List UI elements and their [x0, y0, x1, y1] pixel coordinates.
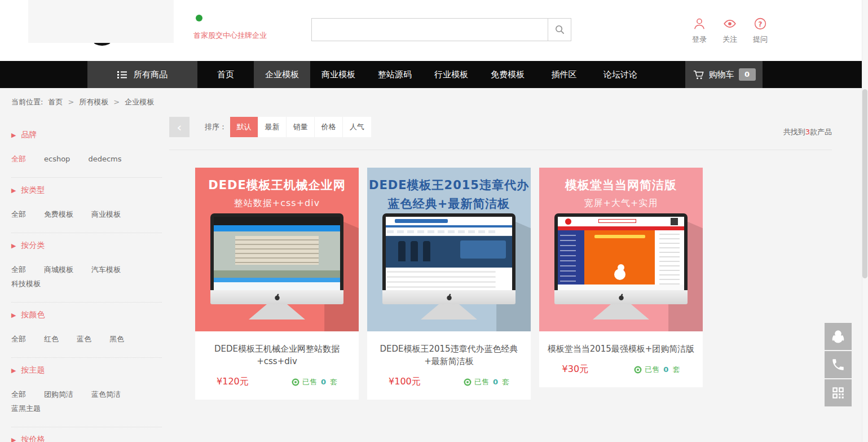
sort-price[interactable]: 价格 [315, 117, 343, 137]
nav-item-full-site-source[interactable]: 整站源码 [367, 61, 423, 88]
filter-section-theme: ▶ 按主题 全部 团购简洁 蓝色简洁 蓝黑主题 [11, 365, 162, 427]
filter-option-commercial[interactable]: 商业模板 [91, 210, 121, 219]
top-header: 首家股交中心挂牌企业 登录 关注 [0, 0, 868, 61]
product-grid: DEDE模板王机械企业网 整站数据+css+div [169, 168, 832, 400]
qrcode-icon [831, 386, 845, 400]
scrollbar[interactable] [862, 0, 868, 442]
product-title[interactable]: DEDE模板王2015违章代办蓝色经典+最新简洁板 [374, 343, 524, 367]
search-button[interactable] [548, 18, 571, 41]
sort-popularity[interactable]: 人气 [343, 117, 371, 137]
filter-option-free[interactable]: 免费模板 [44, 210, 73, 219]
user-actions: 登录 关注 ? 提问 [684, 17, 776, 45]
filter-option-all[interactable]: 全部 [11, 210, 26, 219]
follow-label: 关注 [722, 34, 737, 45]
filter-option-all[interactable]: 全部 [11, 335, 26, 344]
filter-option-all[interactable]: 全部 [11, 265, 26, 274]
screenshot-art [386, 236, 512, 268]
filter-option-groupbuy-clean[interactable]: 团购简洁 [44, 390, 73, 399]
screenshot-art [386, 268, 512, 290]
monitor-graphic [554, 213, 688, 320]
filter-option-red[interactable]: 红色 [44, 335, 59, 344]
product-banner: DEDE模板王2015违章代办 蓝色经典+最新简洁板 [367, 168, 531, 331]
screenshot-art [214, 278, 340, 282]
product-card[interactable]: DEDE模板王2015违章代办 蓝色经典+最新简洁板 [367, 168, 531, 400]
breadcrumb: 当前位置: 首页 > 所有模板 > 企业模板 [0, 88, 868, 116]
sort-sales[interactable]: 销量 [287, 117, 315, 137]
banner-title: 模板堂当当网简洁版 [539, 177, 703, 193]
filter-option-black[interactable]: 黑色 [109, 335, 124, 344]
nav-item-plugins[interactable]: 插件区 [536, 61, 592, 88]
main-nav: 所有商品 首页 企业模板 商业模板 整站源码 行业模板 免费模板 插件区 论坛讨… [0, 61, 868, 88]
screenshot-art [614, 269, 625, 280]
scrollbar-thumb[interactable] [862, 89, 867, 278]
ask-button[interactable]: ? 提问 [745, 17, 776, 45]
follow-button[interactable]: 关注 [715, 17, 745, 45]
site-slogan: 首家股交中心挂牌企业 [193, 15, 278, 41]
triangle-icon: ▶ [11, 132, 16, 138]
cart-button[interactable]: 购物车 0 [685, 61, 763, 88]
product-banner: DEDE模板王机械企业网 整站数据+css+div [195, 168, 359, 331]
filter-option-all[interactable]: 全部 [11, 155, 26, 164]
breadcrumb-all-templates[interactable]: 所有模板 [79, 97, 108, 107]
user-icon [693, 17, 706, 30]
divider [169, 150, 832, 150]
search-input[interactable] [311, 18, 548, 41]
phone-icon [831, 357, 845, 372]
filter-section-brand: ▶ 品牌 全部 ecshop dedecms [11, 130, 162, 178]
screenshot-art [460, 240, 506, 259]
product-title[interactable]: DEDE模板王机械企业网整站数据+css+div [202, 343, 352, 367]
breadcrumb-separator: > [68, 98, 74, 106]
screenshot-art [584, 230, 655, 285]
collapse-sidebar-button[interactable]: ‹ [169, 117, 190, 137]
svg-text:?: ? [759, 20, 763, 28]
monitor-chin [382, 290, 515, 304]
login-button[interactable]: 登录 [684, 17, 715, 45]
filter-option-blueblack-theme[interactable]: 蓝黑主题 [11, 404, 41, 413]
filter-option-tech[interactable]: 科技模板 [11, 279, 41, 288]
filter-option-mall[interactable]: 商城模板 [44, 265, 73, 274]
filter-section-color: ▶ 按颜色 全部 红色 蓝色 黑色 [11, 310, 162, 358]
nav-item-industry-templates[interactable]: 行业模板 [423, 61, 479, 88]
nav-item-free-templates[interactable]: 免费模板 [479, 61, 536, 88]
qq-contact-button[interactable] [825, 323, 852, 350]
filter-option-all[interactable]: 全部 [11, 390, 26, 399]
nav-item-business-templates[interactable]: 商业模板 [310, 61, 367, 88]
filter-option-blue-clean[interactable]: 蓝色简洁 [91, 390, 121, 399]
product-price: ¥100元 [389, 376, 421, 388]
screenshot-art [398, 241, 406, 261]
cart-count-badge: 0 [739, 68, 756, 81]
filter-option-auto[interactable]: 汽车模板 [91, 265, 121, 274]
result-number: 3 [805, 128, 810, 136]
all-products-menu[interactable]: 所有商品 [87, 61, 197, 88]
phone-contact-button[interactable] [825, 351, 852, 378]
result-count: 共找到3款产品 [783, 127, 832, 137]
product-title[interactable]: 模板堂当当2015最强模板+团购简洁版 [546, 343, 696, 355]
search-bar [311, 18, 571, 41]
apple-logo-icon [446, 294, 452, 301]
cart-icon [693, 69, 704, 81]
product-price: ¥120元 [217, 376, 249, 388]
sold-icon [464, 378, 472, 386]
sold-unit: 套 [330, 377, 337, 387]
divider [11, 233, 162, 233]
product-card[interactable]: 模板堂当当网简洁版 宽屏+大气+实用 [539, 168, 703, 387]
breadcrumb-enterprise-templates[interactable]: 企业模板 [125, 97, 154, 107]
triangle-icon: ▶ [11, 243, 16, 249]
filter-option-dedecms[interactable]: dedecms [88, 155, 121, 164]
filter-option-ecshop[interactable]: ecshop [44, 155, 70, 164]
qq-icon [831, 329, 845, 344]
monitor-stand [593, 304, 649, 320]
sort-newest[interactable]: 最新 [258, 117, 287, 137]
screenshot-art [235, 236, 319, 265]
nav-item-forum[interactable]: 论坛讨论 [592, 61, 649, 88]
screenshot-art [558, 230, 584, 285]
filter-option-blue[interactable]: 蓝色 [77, 335, 91, 344]
nav-item-home[interactable]: 首页 [197, 61, 254, 88]
screenshot-art [558, 217, 684, 226]
breadcrumb-home[interactable]: 首页 [48, 97, 63, 107]
nav-item-enterprise-templates[interactable]: 企业模板 [254, 61, 310, 88]
sort-default[interactable]: 默认 [230, 117, 258, 137]
product-card[interactable]: DEDE模板王机械企业网 整站数据+css+div [195, 168, 359, 400]
search-icon [554, 24, 565, 35]
qrcode-button[interactable] [825, 379, 852, 406]
